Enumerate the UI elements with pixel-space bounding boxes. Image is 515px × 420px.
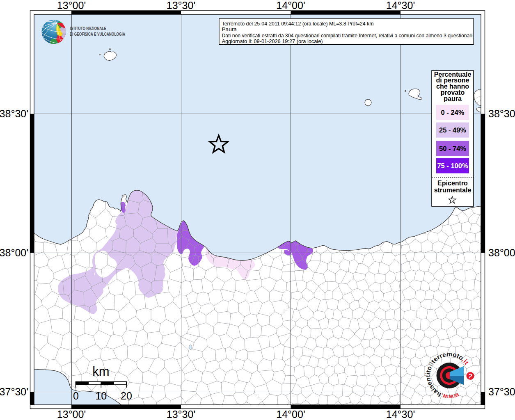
svg-text:38°30': 38°30' [0, 108, 28, 119]
svg-text:km: km [92, 364, 109, 379]
svg-text:37°30': 37°30' [488, 386, 515, 397]
svg-text:paura: paura [444, 95, 462, 102]
svg-text:Dati non verificati estratti d: Dati non verificati estratti da 304 ques… [222, 32, 474, 39]
svg-text:38°00': 38°00' [488, 247, 515, 258]
svg-text:75 - 100%: 75 - 100% [437, 162, 468, 169]
svg-text:20: 20 [121, 390, 132, 402]
svg-text:14°30': 14°30' [386, 0, 415, 11]
svg-text:10: 10 [95, 390, 107, 402]
svg-text:ISTITUTO NAZIONALE: ISTITUTO NAZIONALE [70, 26, 106, 31]
svg-text:0 - 24%: 0 - 24% [441, 109, 465, 116]
svg-text:38°00': 38°00' [0, 247, 28, 258]
svg-text:13°00': 13°00' [57, 0, 86, 11]
svg-text:DI GEOFISICA E VULCANOLOGIA: DI GEOFISICA E VULCANOLOGIA [70, 32, 125, 37]
svg-text:13°00': 13°00' [57, 409, 86, 420]
svg-text:13°30': 13°30' [167, 409, 195, 420]
svg-text:Terremoto del 25-04-2011 09:44: Terremoto del 25-04-2011 09:44:12 (ora l… [222, 21, 374, 27]
svg-text:14°00': 14°00' [276, 0, 305, 11]
svg-text:Epicentro: Epicentro [437, 180, 468, 187]
svg-text:14°00': 14°00' [276, 409, 305, 420]
svg-text:Paura: Paura [222, 26, 237, 32]
svg-text:50 - 74%: 50 - 74% [439, 145, 466, 152]
svg-text:38°30': 38°30' [488, 108, 515, 119]
svg-text:37°30': 37°30' [0, 386, 28, 397]
svg-text:13°30': 13°30' [167, 0, 195, 11]
svg-text:25 - 49%: 25 - 49% [439, 126, 466, 134]
svg-text:Aggiornato il: 09-01-2026 19:2: Aggiornato il: 09-01-2026 19:27 (ora loc… [222, 38, 323, 44]
svg-text:14°30': 14°30' [386, 409, 415, 420]
svg-text:strumentale: strumentale [434, 187, 472, 194]
svg-text:0: 0 [73, 390, 79, 402]
